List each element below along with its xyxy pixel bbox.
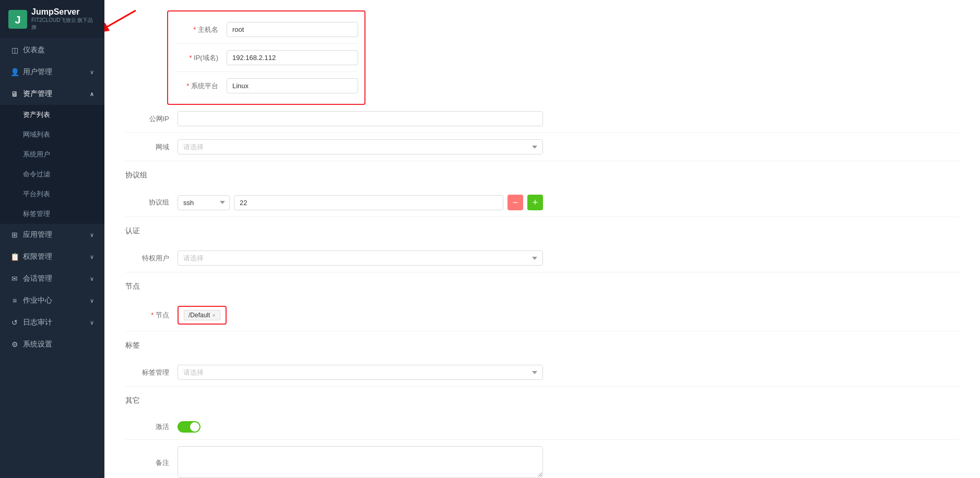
sidebar-item-user-mgmt[interactable]: 👤 用户管理 ∨: [0, 61, 104, 83]
svg-text:J: J: [15, 14, 20, 26]
logo-area: J JumpServer FIT2CLOUD飞致云 旗下品牌: [0, 0, 104, 39]
settings-icon: ⚙: [10, 340, 19, 349]
node-tag-close[interactable]: ×: [212, 312, 215, 318]
tag-mgmt-row: 标签管理 请选择: [125, 359, 959, 387]
public-ip-label: 公网IP: [125, 114, 178, 124]
platform-input[interactable]: [227, 78, 358, 93]
auth-section-title: 认证: [125, 226, 959, 239]
node-control: /Default ×: [178, 306, 543, 325]
hostname-input[interactable]: [227, 22, 358, 37]
form-wrapper: 主机名 IP(域名) 系统平台: [125, 10, 959, 478]
logo-text: JumpServer FIT2CLOUD飞致云 旗下品牌: [31, 7, 96, 31]
protocol-label: 协议组: [125, 198, 178, 207]
sidebar-item-app-label: 应用管理: [23, 230, 52, 240]
sidebar-item-audit-log[interactable]: ↺ 日志审计 ∨: [0, 312, 104, 333]
privilege-user-label: 特权用户: [125, 254, 178, 263]
sidebar-item-platform-list[interactable]: 平台列表: [0, 184, 104, 204]
tag-mgmt-control: 请选择: [178, 365, 543, 380]
form-area: 主机名 IP(域名) 系统平台: [104, 0, 980, 478]
domain-label: 网域: [125, 142, 178, 152]
sidebar-item-asset-mgmt[interactable]: 🖥 资产管理 ∧: [0, 83, 104, 105]
sidebar-item-app-mgmt[interactable]: ⊞ 应用管理 ∨: [0, 224, 104, 246]
lock-icon: 🖥: [10, 90, 19, 98]
protocol-add-button[interactable]: +: [527, 195, 543, 210]
tag-mgmt-label: 标签管理: [125, 368, 178, 377]
platform-control: [227, 78, 358, 93]
hostname-label: 主机名: [174, 25, 227, 34]
sidebar-item-user-label: 用户管理: [23, 67, 52, 77]
ip-input[interactable]: [227, 50, 358, 65]
node-tag: /Default ×: [184, 310, 220, 320]
public-ip-control: [178, 111, 543, 126]
chevron-down-icon-perm: ∨: [90, 254, 94, 260]
activate-toggle[interactable]: [178, 421, 200, 433]
sidebar-item-job-label: 作业中心: [23, 296, 52, 305]
asset-submenu: 资产列表 网域列表 系统用户 命令过滤 平台列表 标签管理: [0, 105, 104, 224]
svg-line-2: [104, 10, 136, 31]
sidebar-item-platform-list-label: 平台列表: [23, 189, 50, 199]
public-ip-input[interactable]: [178, 111, 543, 126]
activate-row: 激活: [125, 414, 959, 440]
sidebar-item-sys-settings[interactable]: ⚙ 系统设置: [0, 333, 104, 355]
hostname-control: [227, 22, 358, 37]
protocol-row: 协议组 ssh rdp telnet − +: [125, 188, 959, 217]
protocol-type-select[interactable]: ssh rdp telnet: [178, 195, 230, 210]
audit-icon: ↺: [10, 318, 19, 327]
platform-row: 系统平台: [174, 72, 358, 100]
sidebar-item-domain-list[interactable]: 网域列表: [0, 125, 104, 145]
ip-row: IP(域名): [174, 44, 358, 72]
other-section-title: 其它: [125, 396, 959, 409]
sidebar-item-perm-label: 权限管理: [23, 252, 52, 261]
chevron-up-icon: ∧: [90, 91, 94, 98]
sidebar-item-job-center[interactable]: ≡ 作业中心 ∨: [0, 290, 104, 312]
remark-row: 备注: [125, 440, 959, 478]
domain-row: 网域 请选择: [125, 133, 959, 161]
sidebar-item-dashboard-label: 仪表盘: [23, 45, 45, 55]
logo-sub: FIT2CLOUD飞致云 旗下品牌: [31, 17, 96, 31]
sidebar-item-cmd-filter-label: 命令过滤: [23, 170, 50, 179]
sidebar-item-domain-list-label: 网域列表: [23, 130, 50, 139]
remark-label: 备注: [125, 458, 178, 468]
remark-control: [178, 446, 543, 478]
protocol-port-input[interactable]: [234, 195, 503, 210]
sidebar-item-cmd-filter[interactable]: 命令过滤: [0, 164, 104, 184]
domain-control: 请选择: [178, 139, 543, 154]
sidebar-item-sys-label: 系统设置: [23, 340, 52, 349]
jumpserver-logo-icon: J: [8, 10, 27, 29]
chevron-down-icon-job: ∨: [90, 297, 94, 304]
protocol-remove-button[interactable]: −: [507, 195, 523, 210]
chevron-down-icon-audit: ∨: [90, 319, 94, 326]
sidebar-item-perm-mgmt[interactable]: 📋 权限管理 ∨: [0, 246, 104, 268]
dashboard-icon: ◫: [10, 46, 19, 54]
tags-section-title: 标签: [125, 341, 959, 353]
sidebar-item-asset-list[interactable]: 资产列表: [0, 105, 104, 125]
logo-title: JumpServer: [31, 7, 96, 17]
sidebar-item-session-mgmt[interactable]: ✉ 会话管理 ∨: [0, 268, 104, 290]
chevron-down-icon: ∨: [90, 69, 94, 76]
sidebar-item-audit-label: 日志审计: [23, 318, 52, 327]
sidebar-item-system-user[interactable]: 系统用户: [0, 145, 104, 164]
node-row: 节点 /Default ×: [125, 300, 959, 331]
activate-control: [178, 421, 543, 433]
chevron-down-icon-app: ∨: [90, 232, 94, 238]
node-tag-value: /Default: [188, 312, 210, 319]
privilege-user-control: 请选择: [178, 250, 543, 266]
toggle-knob: [190, 422, 199, 432]
sidebar-item-tag-mgmt[interactable]: 标签管理: [0, 204, 104, 224]
hostname-row: 主机名: [174, 16, 358, 44]
sidebar-item-tag-mgmt-label: 标签管理: [23, 209, 50, 219]
node-label: 节点: [125, 310, 178, 320]
domain-select[interactable]: 请选择: [178, 139, 543, 154]
ip-label: IP(域名): [174, 53, 227, 63]
sidebar-item-asset-label: 资产管理: [23, 89, 52, 99]
protocol-control: ssh rdp telnet − +: [178, 195, 543, 210]
perm-icon: 📋: [10, 253, 19, 261]
remark-textarea[interactable]: [178, 446, 543, 477]
protocol-inputs: ssh rdp telnet − +: [178, 195, 543, 210]
sidebar: J JumpServer FIT2CLOUD飞致云 旗下品牌 ◫ 仪表盘 👤 用…: [0, 0, 104, 478]
tag-mgmt-select[interactable]: 请选择: [178, 365, 543, 380]
protocol-section-title: 协议组: [125, 171, 959, 183]
privilege-user-select[interactable]: 请选择: [178, 250, 543, 266]
basic-info-box: 主机名 IP(域名) 系统平台: [167, 10, 365, 105]
sidebar-item-dashboard[interactable]: ◫ 仪表盘: [0, 39, 104, 61]
